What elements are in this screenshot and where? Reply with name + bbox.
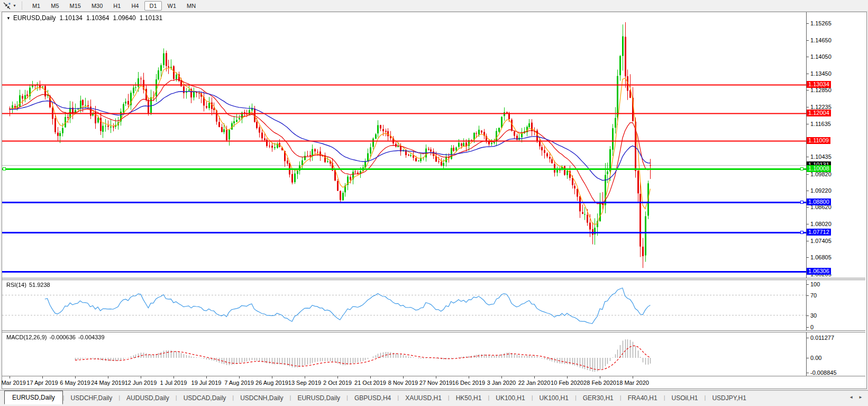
price-tick-mark xyxy=(807,207,809,207)
toolbar-separator xyxy=(22,2,24,10)
date-tick-label: 26 Aug 2019 xyxy=(255,380,288,386)
chart-tab-usdcnh-daily[interactable]: USDCNH,Daily xyxy=(234,392,289,404)
date-tick-mark xyxy=(403,376,404,378)
chart-tab-uk100-h1[interactable]: UK100,H1 xyxy=(489,392,531,404)
chart-title: ▼EURUSD,Daily1.101341.103641.096401.1013… xyxy=(6,14,162,22)
chart-tab-audusd-daily[interactable]: AUDUSD,Daily xyxy=(120,392,176,404)
date-tick-label: 29 Mar 2019 xyxy=(0,380,26,386)
price-tick-label: 1.08020 xyxy=(810,221,832,227)
timeframe-button-h4[interactable]: H4 xyxy=(126,1,143,11)
date-tick-label: 24 May 2019 xyxy=(91,380,125,386)
chart-tab-xauusd-h1[interactable]: XAUUSD,H1 xyxy=(399,392,448,404)
date-axis[interactable]: 29 Mar 201917 Apr 20196 May 201924 May 2… xyxy=(2,376,865,389)
timeframe-button-d1[interactable]: D1 xyxy=(144,1,161,11)
level-price-tag[interactable]: 1.08800 xyxy=(807,199,831,205)
date-tick-label: 16 Dec 2019 xyxy=(452,380,485,386)
main-chart-panel: ▼EURUSD,Daily1.101341.103641.096401.1013… xyxy=(2,12,865,278)
chart-tab-uk100-h1[interactable]: UK100,H1 xyxy=(533,392,575,404)
macd-canvas[interactable] xyxy=(2,332,806,376)
rsi-tick-mark xyxy=(807,295,809,296)
date-tick-mark xyxy=(370,376,371,378)
timeframe-buttons: M1M5M15M30H1H4D1W1MN xyxy=(28,1,200,11)
rsi-canvas[interactable] xyxy=(2,280,806,330)
price-tick-mark xyxy=(807,174,809,175)
timeframe-button-m1[interactable]: M1 xyxy=(28,1,45,11)
date-tick-mark xyxy=(108,376,108,378)
macd-tick-label: -0.008845 xyxy=(810,369,837,376)
title-low: 1.09640 xyxy=(113,14,135,22)
chart-tab-gbpusd-h4[interactable]: GBPUSD,H4 xyxy=(348,392,397,404)
chevron-down-icon[interactable]: ▼ xyxy=(6,16,11,21)
toolbar: ▼ M1M5M15M30H1H4D1W1MN xyxy=(0,0,868,12)
timeframe-button-mn[interactable]: MN xyxy=(182,1,200,11)
tabs-scroll-left-icon[interactable]: ◄ xyxy=(849,395,853,400)
date-tick-label: 17 Apr 2019 xyxy=(26,380,58,386)
main-chart-canvas[interactable] xyxy=(2,12,806,278)
chart-tabs: EURUSD,Daily|USDCHF,Daily|AUDUSD,Daily|U… xyxy=(0,391,753,404)
level-price-tag[interactable]: 1.13034 xyxy=(807,81,831,88)
rsi-tick-label: 30 xyxy=(810,312,817,319)
chart-tab-usdjpy-h1[interactable]: USDJPY,H1 xyxy=(706,392,752,404)
chart-tabs-bar: EURUSD,Daily|USDCHF,Daily|AUDUSD,Daily|U… xyxy=(0,390,868,404)
price-tick-mark xyxy=(807,74,809,74)
timeframe-button-w1[interactable]: W1 xyxy=(163,1,181,11)
date-tick-mark xyxy=(534,376,535,378)
rsi-tick-mark xyxy=(807,315,809,316)
macd-tick-mark xyxy=(807,358,809,358)
level-price-tag[interactable]: 1.06306 xyxy=(807,268,831,275)
date-tick-label: 6 May 2019 xyxy=(60,380,90,386)
rsi-tick-label: 0 xyxy=(810,324,814,330)
date-tick-mark xyxy=(239,376,240,378)
timeframe-button-m5[interactable]: M5 xyxy=(46,1,63,11)
chart-tab-usdchf-daily[interactable]: USDCHF,Daily xyxy=(65,392,119,404)
chart-tab-ger30-h1[interactable]: GER30,H1 xyxy=(577,392,620,404)
level-price-tag[interactable]: 1.10008 xyxy=(807,165,831,172)
rsi-value: 51.9238 xyxy=(29,282,50,288)
chart-tab-fra40-h1[interactable]: FRA40,H1 xyxy=(622,392,664,404)
level-price-tag[interactable]: 1.12004 xyxy=(807,110,831,116)
date-tick-mark xyxy=(42,376,43,378)
date-tick-mark xyxy=(436,376,436,378)
rsi-label: RSI(14)51.9238 xyxy=(6,282,53,288)
date-tick-label: 19 Jul 2019 xyxy=(191,380,222,386)
chart-window[interactable]: ▼EURUSD,Daily1.101341.103641.096401.1013… xyxy=(2,12,867,389)
date-tick-label: 8 Nov 2019 xyxy=(388,380,418,386)
macd-main-value: -0.000636 xyxy=(49,334,76,340)
date-tick-label: 28 Feb 2020 xyxy=(583,380,616,386)
cursor-tool-icon[interactable] xyxy=(3,2,11,10)
date-tick-mark xyxy=(469,376,469,378)
macd-tick-label: 0.00 xyxy=(810,355,821,361)
date-tick-label: 1 Jul 2019 xyxy=(160,380,187,386)
rsi-panel: RSI(14)51.9238 10070300 xyxy=(2,279,865,331)
price-tick-label: 1.15265 xyxy=(810,20,832,26)
title-open: 1.10134 xyxy=(60,14,83,22)
cursor-tool-dropdown-icon[interactable]: ▼ xyxy=(13,4,16,7)
date-tick-label: 21 Oct 2019 xyxy=(354,380,386,386)
macd-panel: MACD(12,26,9)-0.000636-0.004339 0.011277… xyxy=(2,332,865,376)
date-tick-label: 18 Mar 2020 xyxy=(616,380,649,386)
rsi-tick-mark xyxy=(807,284,809,285)
macd-tick-mark xyxy=(807,338,809,338)
timeframe-button-m30[interactable]: M30 xyxy=(87,1,107,11)
macd-axis-border xyxy=(806,332,807,376)
price-tick-mark xyxy=(807,107,809,107)
rsi-name: RSI(14) xyxy=(6,282,26,288)
tabs-scroll-right-icon[interactable]: ► xyxy=(858,395,863,400)
chart-tab-eurusd-daily[interactable]: EURUSD,Daily xyxy=(4,391,63,404)
price-tick-label: 1.07405 xyxy=(810,238,832,244)
chart-tab-eurusd-daily[interactable]: EURUSD,Daily xyxy=(291,392,346,404)
date-tick-mark xyxy=(501,376,502,378)
level-price-tag[interactable]: 1.11009 xyxy=(807,137,830,144)
timeframe-button-m15[interactable]: M15 xyxy=(65,1,86,11)
price-tick-mark xyxy=(807,157,809,157)
date-tick-mark xyxy=(141,376,141,378)
title-close: 1.10131 xyxy=(140,14,162,22)
timeframe-button-h1[interactable]: H1 xyxy=(108,1,125,11)
chart-tab-usoil-h1[interactable]: USOil,H1 xyxy=(665,392,705,404)
chart-tab-usdcad-daily[interactable]: USDCAD,Daily xyxy=(177,392,233,404)
level-price-tag[interactable]: 1.07712 xyxy=(807,229,831,236)
price-tick-mark xyxy=(807,40,809,41)
chart-tab-hk50-h1[interactable]: HK50,H1 xyxy=(450,392,488,404)
date-tick-mark xyxy=(567,376,568,378)
price-tick-label: 1.14650 xyxy=(810,37,832,43)
